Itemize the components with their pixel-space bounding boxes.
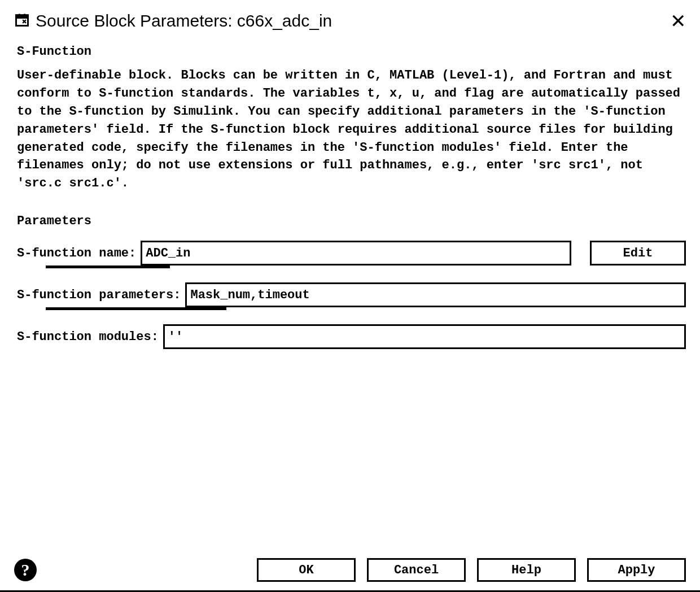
window-icon (14, 12, 30, 31)
buttons-right: OK Cancel Help Apply (257, 558, 686, 582)
sfunction-name-row: S-function name: Edit (14, 241, 686, 265)
ok-button[interactable]: OK (257, 558, 356, 582)
sfunction-params-input[interactable] (185, 282, 686, 307)
title-bar: Source Block Parameters: c66x_adc_in ✕ (14, 8, 686, 39)
sfunction-modules-input[interactable] (163, 324, 686, 349)
sfunction-params-label: S-function parameters: (14, 288, 181, 302)
svg-rect-1 (16, 15, 28, 18)
button-bar: ? OK Cancel Help Apply (14, 550, 686, 582)
sfunction-heading: S-Function (17, 45, 686, 59)
sfunction-modules-row: S-function modules: (14, 324, 686, 349)
close-icon[interactable]: ✕ (670, 11, 686, 31)
apply-button[interactable]: Apply (587, 558, 686, 582)
description-text: User-definable block. Blocks can be writ… (14, 67, 686, 193)
help-button[interactable]: Help (477, 558, 576, 582)
title-left: Source Block Parameters: c66x_adc_in (14, 11, 332, 31)
form-area: S-function name: Edit S-function paramet… (14, 236, 686, 550)
help-icon[interactable]: ? (14, 559, 37, 581)
cancel-button[interactable]: Cancel (367, 558, 466, 582)
sfunction-params-row: S-function parameters: (14, 282, 686, 307)
sfunction-name-label: S-function name: (14, 246, 136, 260)
sfunction-modules-label: S-function modules: (14, 330, 159, 344)
parameters-heading: Parameters (17, 214, 686, 228)
sfunction-name-input[interactable] (141, 241, 571, 265)
dialog-window: Source Block Parameters: c66x_adc_in ✕ S… (0, 0, 700, 592)
edit-button[interactable]: Edit (590, 241, 686, 265)
window-title: Source Block Parameters: c66x_adc_in (36, 11, 332, 31)
